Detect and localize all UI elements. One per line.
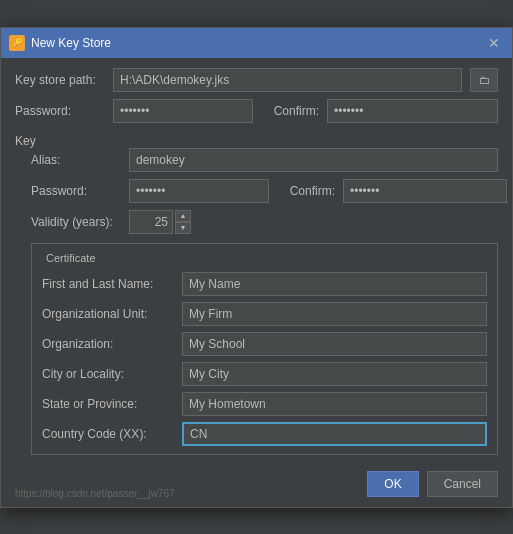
keystore-password-label: Password: — [15, 104, 105, 118]
cert-org-unit-row: Organizational Unit: — [42, 302, 487, 326]
keystore-password-input[interactable] — [113, 99, 253, 123]
cert-org-input[interactable] — [182, 332, 487, 356]
cert-country-input[interactable] — [182, 422, 487, 446]
keystore-confirm-label: Confirm: — [261, 104, 319, 118]
certificate-group: Certificate First and Last Name: Organiz… — [31, 243, 498, 455]
cert-first-last-label: First and Last Name: — [42, 277, 182, 291]
validity-spinner: ▲ ▼ — [129, 210, 191, 234]
keystore-confirm-input[interactable] — [327, 99, 498, 123]
folder-icon: 🗀 — [479, 74, 490, 86]
keystore-path-input[interactable] — [113, 68, 462, 92]
key-password-input[interactable] — [129, 179, 269, 203]
key-alias-input[interactable] — [129, 148, 498, 172]
key-alias-row: Alias: — [31, 148, 498, 172]
dialog-content: Key store path: 🗀 Password: Confirm: Key… — [1, 58, 512, 465]
key-password-label: Password: — [31, 184, 121, 198]
close-button[interactable]: ✕ — [484, 34, 504, 52]
cert-state-row: State or Province: — [42, 392, 487, 416]
key-validity-row: Validity (years): ▲ ▼ — [31, 210, 498, 234]
cancel-button[interactable]: Cancel — [427, 471, 498, 497]
new-key-store-dialog: 🔑 New Key Store ✕ Key store path: 🗀 Pass… — [0, 27, 513, 508]
cert-org-label: Organization: — [42, 337, 182, 351]
cert-city-label: City or Locality: — [42, 367, 182, 381]
key-confirm-label: Confirm: — [277, 184, 335, 198]
dialog-icon: 🔑 — [9, 35, 25, 51]
spinner-buttons: ▲ ▼ — [175, 210, 191, 234]
keystore-password-row: Password: Confirm: — [15, 99, 498, 123]
key-inner: Alias: Password: Confirm: Validity (year… — [15, 148, 498, 455]
keystore-path-label: Key store path: — [15, 73, 105, 87]
bottom-bar: https://blog.csdn.net/passer__jw767 OK C… — [1, 465, 512, 507]
cert-org-unit-label: Organizational Unit: — [42, 307, 182, 321]
cert-first-last-row: First and Last Name: — [42, 272, 487, 296]
key-section: Key Alias: Password: Confirm: Validity (… — [15, 134, 498, 455]
cert-first-last-input[interactable] — [182, 272, 487, 296]
keystore-path-row: Key store path: 🗀 — [15, 68, 498, 92]
dialog-title: New Key Store — [31, 36, 111, 50]
key-confirm-input[interactable] — [343, 179, 507, 203]
cert-country-label: Country Code (XX): — [42, 427, 182, 441]
key-section-label: Key — [15, 134, 36, 148]
cert-city-input[interactable] — [182, 362, 487, 386]
cert-state-input[interactable] — [182, 392, 487, 416]
validity-input[interactable] — [129, 210, 173, 234]
cert-city-row: City or Locality: — [42, 362, 487, 386]
cert-country-row: Country Code (XX): — [42, 422, 487, 446]
cert-state-label: State or Province: — [42, 397, 182, 411]
spinner-down-button[interactable]: ▼ — [175, 222, 191, 234]
title-bar-left: 🔑 New Key Store — [9, 35, 111, 51]
browse-folder-button[interactable]: 🗀 — [470, 68, 498, 92]
spinner-up-button[interactable]: ▲ — [175, 210, 191, 222]
certificate-legend: Certificate — [42, 252, 487, 264]
key-password-row: Password: Confirm: — [31, 179, 498, 203]
cert-org-row: Organization: — [42, 332, 487, 356]
watermark-text: https://blog.csdn.net/passer__jw767 — [15, 488, 175, 499]
title-bar: 🔑 New Key Store ✕ — [1, 28, 512, 58]
key-validity-label: Validity (years): — [31, 215, 121, 229]
key-alias-label: Alias: — [31, 153, 121, 167]
cert-org-unit-input[interactable] — [182, 302, 487, 326]
ok-button[interactable]: OK — [367, 471, 418, 497]
